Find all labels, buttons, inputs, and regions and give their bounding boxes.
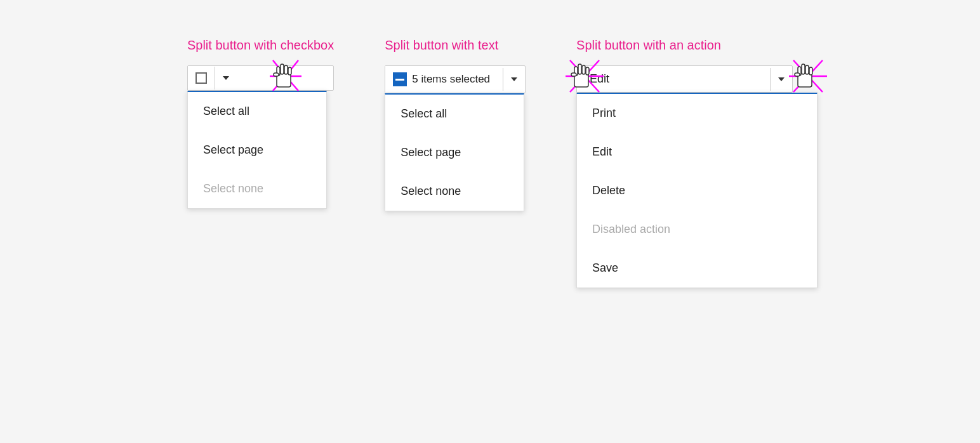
dropdown-item-select-all-1[interactable]: Select all [188,92,326,131]
dropdown-item-select-page-1[interactable]: Select page [188,131,326,169]
svg-line-29 [808,76,823,92]
section-title-action: Split button with an action [576,38,793,53]
split-button-text-wrapper: 5 items selected Select all Select page … [385,65,526,93]
svg-rect-32 [802,64,805,74]
caret-down-icon-3 [778,77,785,81]
dropdown-item-select-none-1: Select none [188,169,326,208]
section-checkbox: Split button with checkbox Select all Se… [187,38,334,91]
dropdown-item-save[interactable]: Save [577,249,817,288]
dropdown-item-select-all-2[interactable]: Select all [385,95,524,133]
dropdown-item-select-page-2[interactable]: Select page [385,133,524,172]
caret-down-icon-2 [511,77,517,81]
text-main-button[interactable]: 5 items selected [385,66,503,93]
checkbox-main-button[interactable] [188,66,215,90]
split-button-action: Edit [576,65,793,93]
caret-down-icon-1 [223,76,229,80]
items-selected-text: 5 items selected [407,73,495,86]
section-title-checkbox: Split button with checkbox [187,38,334,53]
caret-button-2[interactable] [503,71,525,88]
split-button-checkbox-wrapper: Select all Select page Select none [187,65,334,91]
split-button-text: 5 items selected [385,65,526,93]
checkbox-icon[interactable] [195,72,207,84]
dropdown-item-print[interactable]: Print [577,94,817,133]
section-action: Split button with an action Edit Print E… [576,38,793,93]
section-text: Split button with text 5 items selected … [385,38,526,93]
indeterminate-icon [393,72,407,86]
edit-button-text: Edit [585,72,762,86]
svg-rect-30 [798,73,812,87]
caret-button-1[interactable] [215,70,237,86]
section-title-text: Split button with text [385,38,526,53]
svg-line-25 [808,60,823,76]
dropdown-item-select-none-2[interactable]: Select none [385,172,524,211]
svg-rect-34 [809,67,812,75]
dropdown-menu-text: Select all Select page Select none [385,93,524,211]
svg-rect-33 [805,65,809,74]
split-button-checkbox [187,65,334,91]
dropdown-menu-checkbox: Select all Select page Select none [187,91,327,209]
svg-line-28 [793,76,808,92]
split-button-action-wrapper: Edit Print Edit Delete Disabled action S… [576,65,793,93]
svg-rect-23 [571,73,576,76]
svg-rect-35 [795,73,800,76]
svg-rect-31 [798,67,801,76]
dropdown-menu-action: Print Edit Delete Disabled action Save [576,93,818,288]
dropdown-item-edit[interactable]: Edit [577,133,817,171]
svg-line-24 [793,60,808,76]
caret-button-3[interactable] [771,71,792,88]
dropdown-item-disabled-action: Disabled action [577,210,817,249]
action-main-button[interactable]: Edit [577,66,770,92]
dropdown-item-delete[interactable]: Delete [577,171,817,210]
